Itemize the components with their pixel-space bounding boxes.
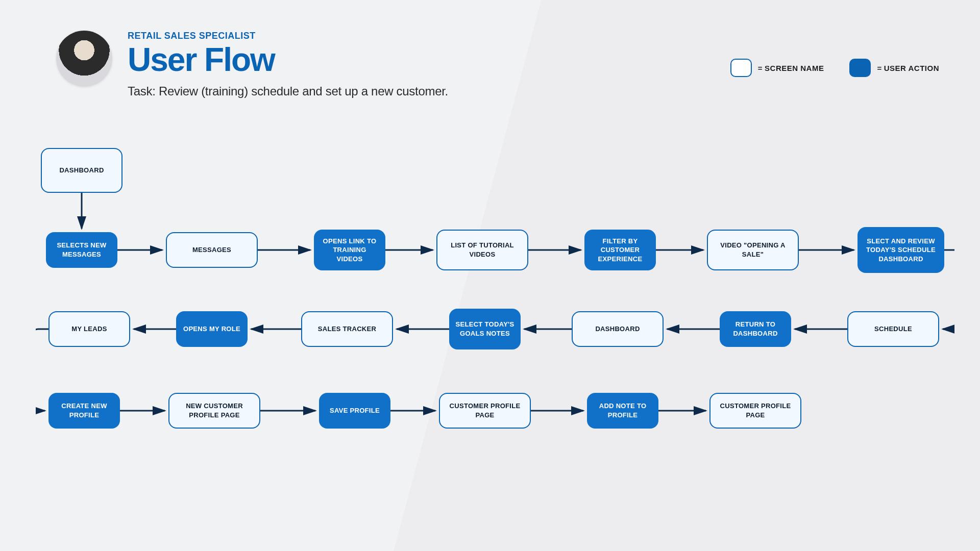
node-create-new-profile: CREATE NEW PROFILE xyxy=(48,393,120,429)
node-add-note-profile: ADD NOTE TO PROFILE xyxy=(587,393,658,429)
legend-screen-label: SCREEN NAME xyxy=(765,64,824,72)
legend-swatch-action xyxy=(849,59,871,77)
node-video-opening-sale: VIDEO "OPENING A SALE" xyxy=(707,230,799,270)
role-label: RETAIL SALES SPECIALIST xyxy=(128,31,448,41)
node-schedule: SCHEDULE xyxy=(847,311,939,347)
title-block: RETAIL SALES SPECIALIST User Flow Task: … xyxy=(128,31,448,98)
node-my-leads: MY LEADS xyxy=(48,311,130,347)
node-sales-tracker: SALES TRACKER xyxy=(301,311,393,347)
page-title: User Flow xyxy=(128,43,448,76)
node-opens-link-training: OPENS LINK TO TRAINING VIDEOS xyxy=(314,230,385,270)
node-return-dashboard: RETURN TO DASHBOARD xyxy=(720,311,791,347)
node-dashboard-start: DASHBOARD xyxy=(41,148,122,193)
header: RETAIL SALES SPECIALIST User Flow Task: … xyxy=(56,31,448,98)
node-customer-profile-1: CUSTOMER PROFILE PAGE xyxy=(439,393,531,429)
legend-swatch-screen xyxy=(730,59,752,77)
diagram-canvas: DASHBOARD SELECTS NEW MESSAGES MESSAGES … xyxy=(36,143,954,500)
node-opens-my-role: OPENS MY ROLE xyxy=(176,311,248,347)
node-filter-by-experience: FILTER BY CUSTOMER EXPERIENCE xyxy=(584,230,656,270)
legend: =SCREEN NAME =USER ACTION xyxy=(730,59,939,77)
task-description: Task: Review (training) schedule and set… xyxy=(128,84,448,98)
node-new-customer-profile: NEW CUSTOMER PROFILE PAGE xyxy=(168,393,260,429)
avatar xyxy=(56,31,112,87)
node-messages: MESSAGES xyxy=(166,232,258,268)
node-save-profile: SAVE PROFILE xyxy=(319,393,390,429)
node-selects-new-messages: SELECTS NEW MESSAGES xyxy=(46,232,117,268)
node-customer-profile-2: CUSTOMER PROFILE PAGE xyxy=(709,393,801,429)
legend-action-label: USER ACTION xyxy=(884,64,939,72)
node-dashboard-2: DASHBOARD xyxy=(572,311,664,347)
legend-screen: =SCREEN NAME xyxy=(730,59,824,77)
node-select-review-schedule: SLECT AND REVIEW TODAY'S SCHEDULE DASHBO… xyxy=(857,227,944,273)
node-select-goals-notes: SELECT TODAY'S GOALS NOTES xyxy=(449,309,521,349)
node-list-tutorial-videos: LIST OF TUTORIAL VIDEOS xyxy=(436,230,528,270)
legend-action: =USER ACTION xyxy=(849,59,939,77)
